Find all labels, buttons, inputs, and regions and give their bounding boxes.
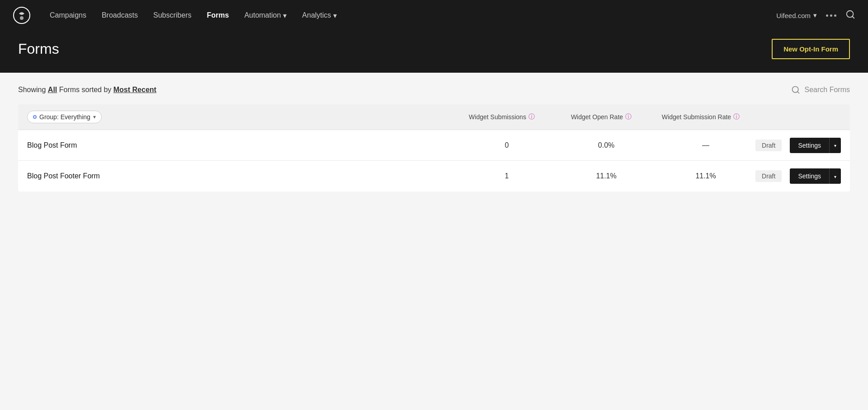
chevron-down-icon: ▾: [834, 174, 836, 179]
nav-right: Uifeed.com ▾: [776, 9, 855, 22]
search-button[interactable]: [845, 9, 855, 22]
settings-dropdown-button[interactable]: ▾: [829, 138, 841, 153]
cell-submission-rate: —: [656, 141, 755, 149]
chevron-down-icon: ▾: [93, 114, 96, 120]
search-icon: [791, 85, 800, 94]
nav-links: Campaigns Broadcasts Subscribers Forms A…: [43, 8, 776, 23]
chevron-down-icon: ▾: [283, 11, 287, 20]
page-title: Forms: [18, 41, 59, 57]
info-icon[interactable]: ⓘ: [625, 113, 632, 121]
cell-submissions: 1: [457, 172, 557, 180]
group-filter-dropdown[interactable]: Group: Everything ▾: [27, 111, 102, 123]
svg-line-5: [797, 92, 799, 93]
page-header: Forms New Opt-In Form: [0, 31, 868, 73]
nav-broadcasts[interactable]: Broadcasts: [95, 8, 144, 23]
svg-line-3: [852, 16, 854, 18]
chevron-down-icon: ▾: [834, 143, 836, 148]
chevron-down-icon: ▾: [813, 11, 817, 19]
table-row: Blog Post Footer Form 1 11.1% 11.1% Draf…: [18, 161, 850, 191]
nav-analytics[interactable]: Analytics ▾: [296, 8, 343, 23]
domain-selector[interactable]: Uifeed.com ▾: [776, 11, 817, 19]
status-badge: Draft: [755, 140, 782, 151]
dot-icon: [834, 14, 836, 17]
dot-icon: [830, 14, 832, 17]
settings-group: Settings ▾: [790, 138, 841, 153]
main-content: Showing All Forms sorted by Most Recent …: [0, 73, 868, 410]
settings-button[interactable]: Settings: [790, 138, 829, 153]
nav-automation[interactable]: Automation ▾: [238, 8, 293, 23]
top-navigation: Campaigns Broadcasts Subscribers Forms A…: [0, 0, 868, 31]
chevron-down-icon: ▾: [333, 11, 337, 20]
showing-text: Showing All Forms sorted by Most Recent: [18, 86, 156, 94]
col-widget-open-rate: Widget Open Rate ⓘ: [552, 113, 651, 121]
nav-subscribers[interactable]: Subscribers: [147, 8, 198, 23]
info-icon[interactable]: ⓘ: [733, 113, 740, 121]
svg-point-1: [20, 16, 24, 20]
settings-button[interactable]: Settings: [790, 168, 829, 184]
table-row: Blog Post Form 0 0.0% — Draft Settings ▾: [18, 130, 850, 161]
settings-dropdown-button[interactable]: ▾: [829, 168, 841, 184]
form-name[interactable]: Blog Post Form: [27, 133, 457, 158]
forms-table: Group: Everything ▾ Widget Submissions ⓘ…: [18, 104, 850, 191]
cell-open-rate: 11.1%: [557, 172, 656, 180]
svg-point-0: [14, 7, 30, 23]
col-widget-submission-rate: Widget Submission Rate ⓘ: [651, 113, 750, 121]
nav-forms[interactable]: Forms: [200, 8, 235, 23]
settings-group: Settings ▾: [790, 168, 841, 184]
table-header: Group: Everything ▾ Widget Submissions ⓘ…: [18, 104, 850, 130]
more-options-button[interactable]: [826, 14, 836, 17]
status-badge: Draft: [755, 170, 782, 182]
row-actions: Draft Settings ▾: [755, 138, 841, 153]
cell-submissions: 0: [457, 141, 557, 149]
cell-submission-rate: 11.1%: [656, 172, 755, 180]
search-forms-area[interactable]: Search Forms: [791, 85, 850, 94]
row-actions: Draft Settings ▾: [755, 168, 841, 184]
group-dot-icon: [33, 115, 37, 119]
logo[interactable]: [13, 6, 31, 24]
col-widget-submissions: Widget Submissions ⓘ: [452, 113, 552, 121]
info-icon[interactable]: ⓘ: [528, 113, 535, 121]
cell-open-rate: 0.0%: [557, 141, 656, 149]
showing-row: Showing All Forms sorted by Most Recent …: [18, 85, 850, 94]
nav-campaigns[interactable]: Campaigns: [43, 8, 93, 23]
dot-icon: [826, 14, 828, 17]
form-name[interactable]: Blog Post Footer Form: [27, 164, 457, 188]
new-opt-in-form-button[interactable]: New Opt-In Form: [772, 39, 850, 59]
